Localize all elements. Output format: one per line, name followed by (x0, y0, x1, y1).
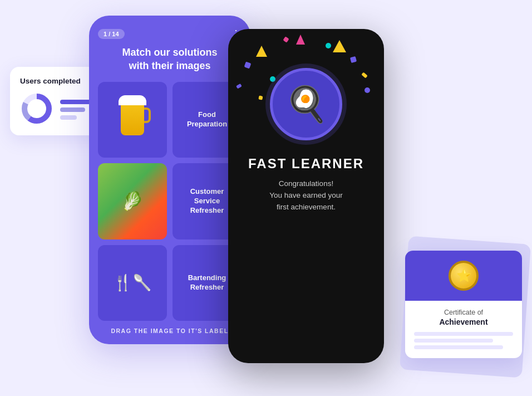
achievement-title: FAST LEARNER (248, 156, 364, 172)
legend (60, 100, 93, 120)
svg-rect-8 (283, 36, 289, 42)
svg-marker-14 (296, 35, 305, 45)
beer-cell[interactable] (98, 82, 167, 158)
cutlery-cell[interactable]: 🍴🥄 (98, 245, 167, 321)
cert-body: Certificate of Achievement (405, 301, 522, 358)
svg-rect-16 (258, 96, 263, 100)
beer-icon (116, 97, 149, 142)
cutlery-icon: 🍴🥄 (113, 273, 152, 292)
svg-marker-5 (333, 40, 346, 52)
certificate-card: ⭐ Certificate of Achievement (405, 251, 522, 358)
svg-rect-6 (244, 62, 252, 69)
cert-line-3 (414, 345, 503, 349)
achievement-subtitle: Congratulations!You have earned yourfirs… (269, 178, 343, 213)
legend-item-2 (60, 107, 85, 112)
vegetables-cell[interactable]: 🥬 (98, 163, 167, 239)
cert-header: ⭐ (405, 251, 522, 301)
drag-hint: DRAG THE IMAGE TO IT'S LABEL (111, 327, 228, 334)
vegetables-icon: 🥬 (98, 163, 167, 239)
svg-rect-13 (236, 84, 242, 89)
phone-quiz: 1 / 14 ⋮ Match our solutionswith their i… (89, 16, 250, 344)
status-bar: 1 / 14 ⋮ (98, 28, 242, 40)
phone-achievement: 🍳 FAST LEARNER Congratulations!You have … (228, 29, 384, 363)
legend-item-1 (60, 100, 93, 104)
chef-emoji: 🍳 (285, 84, 328, 124)
legend-item-3 (60, 115, 77, 120)
svg-point-10 (270, 76, 275, 82)
cert-line-2 (414, 339, 493, 343)
medal-star: ⭐ (456, 268, 471, 283)
svg-rect-7 (350, 56, 357, 63)
cert-medal: ⭐ (449, 261, 479, 291)
donut-chart (20, 92, 53, 128)
cert-title-light: Certificate of (414, 309, 513, 316)
chef-badge: 🍳 (270, 68, 342, 140)
page-indicator: 1 / 14 (98, 29, 125, 39)
cert-title-bold: Achievement (414, 317, 513, 326)
svg-point-11 (326, 43, 331, 48)
svg-marker-4 (256, 46, 267, 57)
svg-point-3 (31, 103, 42, 114)
svg-point-15 (364, 87, 370, 93)
svg-rect-12 (361, 72, 368, 78)
cert-lines (414, 332, 513, 349)
cert-line-1 (414, 332, 513, 336)
quiz-title: Match our solutionswith their images (122, 46, 218, 73)
quiz-grid: FoodPreparation 🥬 CustomerServiceRefresh… (98, 82, 242, 321)
